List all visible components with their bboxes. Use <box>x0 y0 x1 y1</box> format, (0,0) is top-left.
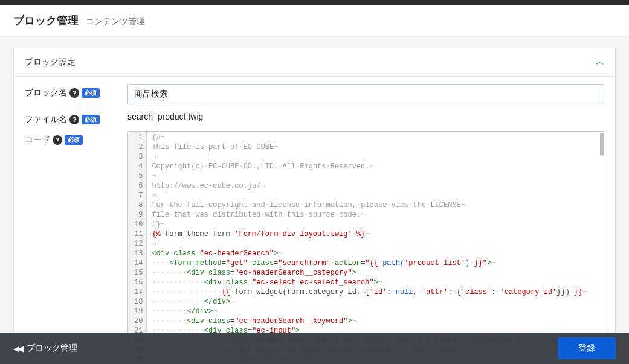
code-label: コード <box>25 135 50 145</box>
editor-content[interactable]: {#¬This·file·is·part·of·EC-CUBE¬¬Copyrig… <box>147 132 605 364</box>
file-name-value: search_product.twig <box>127 110 604 121</box>
save-button[interactable]: 登録 <box>558 337 616 359</box>
help-icon[interactable]: ? <box>69 88 79 98</box>
block-settings-panel: ブロック設定 ︿ ブロック名 ? 必須 ファイル名 ? 必須 <box>13 48 616 364</box>
panel-title: ブロック設定 <box>25 57 76 68</box>
page-title: ブロック管理 <box>13 13 79 28</box>
rewind-icon: ◀◀ <box>13 344 22 353</box>
panel-header[interactable]: ブロック設定 ︿ <box>14 48 615 77</box>
code-editor[interactable]: 1234567891011121314151617181920212223242… <box>127 131 605 364</box>
back-link[interactable]: ◀◀ ブロック管理 <box>13 343 77 354</box>
chevron-up-icon: ︿ <box>596 57 604 68</box>
block-name-label: ブロック名 <box>25 88 67 98</box>
help-icon[interactable]: ? <box>69 115 79 124</box>
page-subtitle: コンテンツ管理 <box>86 16 145 26</box>
editor-gutter: 1234567891011121314151617181920212223242… <box>128 132 147 364</box>
required-badge: 必須 <box>82 115 100 124</box>
scrollbar-thumb[interactable] <box>600 133 604 156</box>
required-badge: 必須 <box>82 88 100 98</box>
block-name-input[interactable] <box>127 84 604 104</box>
required-badge: 必須 <box>65 135 83 145</box>
file-name-label: ファイル名 <box>25 114 67 125</box>
app-topbar <box>0 0 629 5</box>
page-header: ブロック管理 コンテンツ管理 <box>0 5 629 37</box>
bottom-action-bar: ◀◀ ブロック管理 登録 <box>0 333 629 364</box>
back-link-label: ブロック管理 <box>27 343 77 354</box>
help-icon[interactable]: ? <box>53 135 62 145</box>
